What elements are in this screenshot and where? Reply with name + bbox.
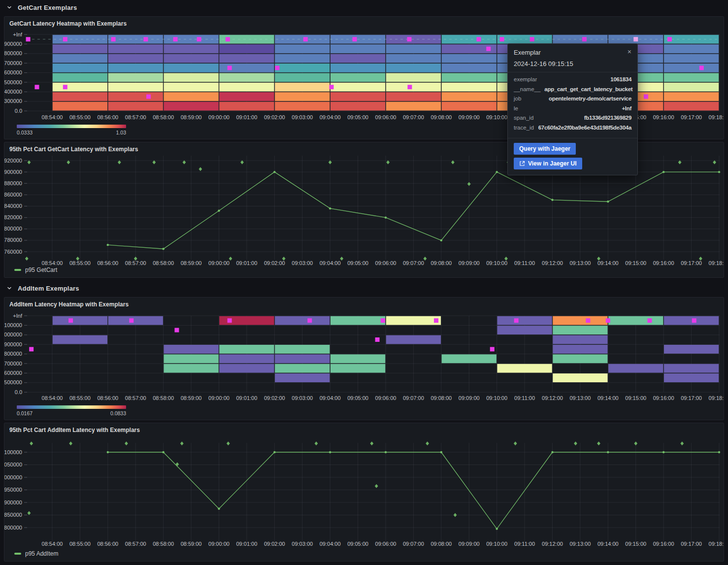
section-header-additem[interactable]: AddItem Exemplars — [0, 281, 728, 296]
svg-text:08:55:00: 08:55:00 — [69, 114, 91, 120]
svg-text:09:08:00: 09:08:00 — [430, 541, 452, 547]
svg-text:09:04:00: 09:04:00 — [320, 114, 341, 120]
tooltip-row: jobopentelemetry-demo/cartservice — [514, 96, 631, 105]
svg-text:08:54:00: 08:54:00 — [42, 395, 63, 401]
tooltip-row: span_idfb1336d921369829 — [514, 115, 631, 125]
svg-text:09:09:00: 09:09:00 — [459, 541, 480, 547]
svg-text:920000: 920000 — [4, 158, 22, 164]
svg-text:+Inf: +Inf — [13, 32, 23, 37]
svg-text:09:12:00: 09:12:00 — [542, 395, 563, 401]
color-scale-min: 0.0333 — [17, 130, 33, 135]
svg-text:880000: 880000 — [4, 180, 22, 186]
svg-text:09:00:00: 09:00:00 — [208, 541, 230, 547]
svg-text:700000: 700000 — [4, 361, 22, 366]
tooltip-actions: Query with Jaeger View in Jaeger UI — [508, 138, 637, 175]
panel-title[interactable]: 95th Pct Cart AddItem Latency with Exemp… — [9, 427, 140, 433]
svg-text:09:04:00: 09:04:00 — [320, 260, 341, 266]
svg-text:09:18:00: 09:18:00 — [709, 395, 724, 401]
svg-text:09:08:00: 09:08:00 — [430, 114, 452, 120]
series-legend[interactable]: p95 AddItem — [14, 550, 58, 557]
svg-text:09:09:00: 09:09:00 — [459, 114, 480, 120]
section-title: GetCart Exemplars — [18, 4, 77, 11]
tooltip-title: Exemplar — [514, 49, 541, 56]
svg-text:500000: 500000 — [4, 79, 22, 85]
panel-title[interactable]: GetCart Latency Heatmap with Exemplars — [9, 20, 127, 27]
series-legend-label: p95 GetCart — [25, 266, 57, 273]
svg-text:760000: 760000 — [4, 249, 22, 255]
svg-text:1100000: 1100000 — [4, 322, 22, 328]
additem-p95-plot[interactable]: 1100000105000010000009500009000008500008… — [4, 423, 724, 562]
svg-text:09:13:00: 09:13:00 — [570, 541, 591, 547]
svg-text:900000: 900000 — [4, 499, 22, 505]
panel-title[interactable]: 95th Pct Cart GetCart Latency with Exemp… — [9, 146, 138, 153]
svg-text:780000: 780000 — [4, 237, 22, 243]
svg-text:09:17:00: 09:17:00 — [681, 260, 702, 266]
svg-text:09:14:00: 09:14:00 — [597, 541, 619, 547]
svg-text:1050000: 1050000 — [4, 462, 22, 467]
svg-text:840000: 840000 — [4, 203, 22, 209]
chevron-down-icon — [6, 285, 13, 292]
svg-text:09:06:00: 09:06:00 — [375, 114, 397, 120]
button-label: View in Jaeger UI — [528, 160, 577, 167]
svg-text:09:01:00: 09:01:00 — [236, 260, 258, 266]
close-icon[interactable]: × — [628, 49, 631, 55]
svg-text:08:57:00: 08:57:00 — [125, 114, 146, 120]
svg-text:09:01:00: 09:01:00 — [236, 541, 258, 547]
svg-text:09:03:00: 09:03:00 — [292, 395, 313, 401]
additem-heatmap-plot[interactable]: +Inf110000010000009000008000007000006000… — [4, 298, 724, 420]
svg-text:09:17:00: 09:17:00 — [681, 541, 702, 547]
svg-text:09:02:00: 09:02:00 — [264, 541, 285, 547]
svg-text:08:58:00: 08:58:00 — [153, 114, 174, 120]
svg-text:09:00:00: 09:00:00 — [208, 395, 230, 401]
series-color-swatch — [14, 553, 21, 555]
svg-text:09:06:00: 09:06:00 — [375, 395, 397, 401]
svg-text:0.0: 0.0 — [15, 108, 22, 114]
svg-text:09:04:00: 09:04:00 — [320, 541, 341, 547]
svg-text:09:00:00: 09:00:00 — [208, 260, 230, 266]
svg-text:08:57:00: 08:57:00 — [125, 260, 146, 266]
view-in-jaeger-ui-button[interactable]: View in Jaeger UI — [514, 158, 582, 169]
query-with-jaeger-button[interactable]: Query with Jaeger — [514, 143, 576, 155]
svg-text:+Inf: +Inf — [13, 313, 23, 319]
series-legend-label: p95 AddItem — [25, 550, 58, 557]
svg-text:09:10:00: 09:10:00 — [486, 395, 507, 401]
svg-text:09:13:00: 09:13:00 — [570, 260, 591, 266]
svg-text:300000: 300000 — [4, 98, 22, 104]
svg-text:950000: 950000 — [4, 487, 22, 493]
svg-text:08:56:00: 08:56:00 — [97, 114, 118, 120]
svg-text:09:06:00: 09:06:00 — [375, 541, 397, 547]
color-scale-max: 1.03 — [116, 130, 126, 135]
chevron-down-icon — [6, 4, 13, 11]
svg-text:09:01:00: 09:01:00 — [236, 395, 258, 401]
svg-text:09:04:00: 09:04:00 — [320, 395, 341, 401]
color-scale-bar — [17, 405, 126, 409]
svg-text:500000: 500000 — [4, 379, 22, 385]
svg-text:09:16:00: 09:16:00 — [653, 395, 674, 401]
svg-text:600000: 600000 — [4, 69, 22, 75]
svg-text:1000000: 1000000 — [4, 474, 22, 480]
tooltip-fields: exemplar1061834__name__app_cart_get_cart… — [508, 72, 637, 138]
svg-text:09:08:00: 09:08:00 — [430, 260, 452, 266]
color-scale-max: 0.0833 — [110, 410, 126, 416]
svg-text:08:55:00: 08:55:00 — [69, 260, 91, 266]
svg-text:08:58:00: 08:58:00 — [153, 395, 174, 401]
svg-text:08:54:00: 08:54:00 — [42, 541, 63, 547]
svg-text:800000: 800000 — [4, 50, 22, 56]
svg-text:09:07:00: 09:07:00 — [403, 114, 424, 120]
svg-text:08:59:00: 08:59:00 — [181, 114, 202, 120]
svg-text:900000: 900000 — [4, 41, 22, 47]
svg-text:700000: 700000 — [4, 60, 22, 66]
tooltip-row: trace_id67c60fa2e2f0ba9e6e43d198f5de304a — [514, 125, 631, 134]
svg-text:09:08:00: 09:08:00 — [430, 395, 452, 401]
svg-text:08:56:00: 08:56:00 — [97, 541, 118, 547]
series-legend[interactable]: p95 GetCart — [14, 266, 57, 273]
panel-title[interactable]: AddItem Latency Heatmap with Exemplars — [9, 301, 129, 308]
svg-text:09:17:00: 09:17:00 — [681, 114, 702, 120]
svg-text:08:56:00: 08:56:00 — [97, 395, 118, 401]
svg-text:09:05:00: 09:05:00 — [347, 260, 368, 266]
section-header-getcart[interactable]: GetCart Exemplars — [0, 0, 728, 15]
svg-text:09:14:00: 09:14:00 — [597, 260, 619, 266]
svg-text:08:55:00: 08:55:00 — [69, 541, 91, 547]
svg-text:1000000: 1000000 — [4, 332, 22, 337]
grafana-dashboard: GetCart Exemplars GetCart Latency Heatma… — [0, 0, 728, 565]
